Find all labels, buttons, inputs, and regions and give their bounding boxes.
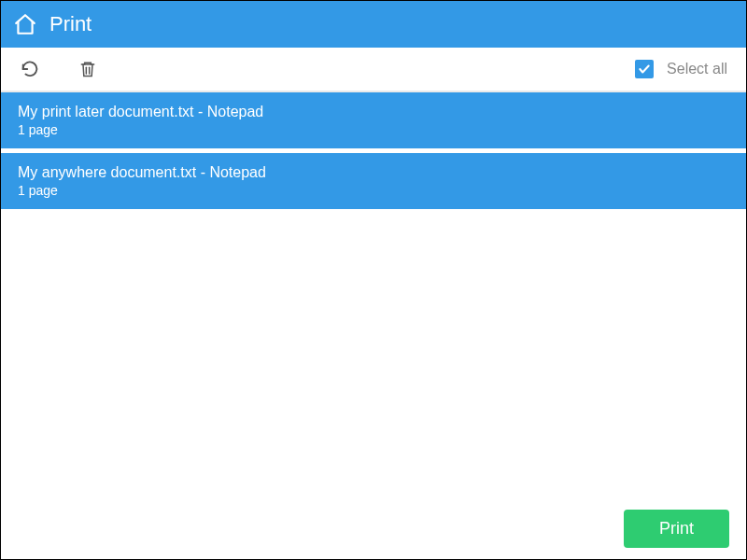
document-title: My anywhere document.txt - Notepad <box>18 164 729 181</box>
list-item[interactable]: My print later document.txt - Notepad 1 … <box>1 92 746 149</box>
document-list: My print later document.txt - Notepad 1 … <box>1 92 746 210</box>
home-icon <box>13 12 37 36</box>
header-bar: Print <box>1 1 746 48</box>
select-all-label: Select all <box>667 61 727 77</box>
print-button[interactable]: Print <box>624 510 729 548</box>
document-page-count: 1 page <box>18 122 729 137</box>
delete-button[interactable] <box>78 59 98 79</box>
home-button[interactable] <box>12 11 38 37</box>
list-item[interactable]: My anywhere document.txt - Notepad 1 pag… <box>1 153 746 210</box>
document-title: My print later document.txt - Notepad <box>18 104 729 120</box>
document-page-count: 1 page <box>18 183 729 198</box>
toolbar: Select all <box>1 48 746 92</box>
trash-icon <box>78 59 97 79</box>
toolbar-right: Select all <box>635 60 727 78</box>
page-title: Print <box>49 12 92 36</box>
check-icon <box>638 63 651 76</box>
empty-area <box>1 210 746 498</box>
undo-button[interactable] <box>20 59 40 79</box>
undo-icon <box>20 59 40 79</box>
footer: Print <box>1 498 746 559</box>
select-all-checkbox[interactable] <box>635 60 654 78</box>
toolbar-left <box>20 59 98 79</box>
